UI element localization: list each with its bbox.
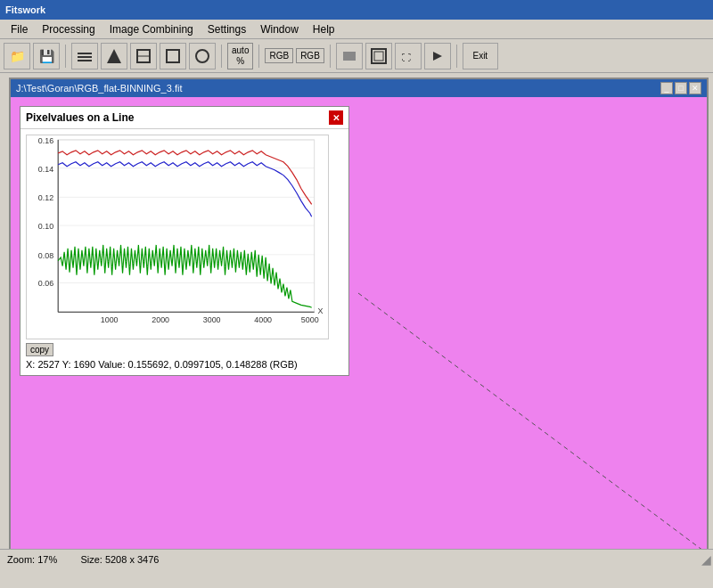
- chart-svg: 0.16 0.14 0.12 0.10 0.08 0.06 1000 2000 …: [26, 135, 329, 339]
- svg-rect-2: [78, 60, 92, 61]
- copy-label: copy: [30, 345, 49, 355]
- svg-rect-0: [78, 53, 92, 54]
- svg-rect-9: [372, 49, 386, 63]
- maximize-btn[interactable]: □: [675, 82, 687, 94]
- svg-marker-12: [433, 52, 442, 61]
- svg-text:2000: 2000: [152, 315, 169, 324]
- zoom-status: Zoom: 17%: [7, 554, 57, 565]
- inner-titlebar: J:\Test\Goran\RGB_flat-BINNING_3.fit _ □…: [11, 79, 707, 97]
- toolbar-exit-btn[interactable]: Exit: [463, 43, 498, 69]
- svg-text:0.12: 0.12: [38, 193, 53, 202]
- svg-marker-3: [107, 49, 121, 63]
- minimize-btn[interactable]: _: [660, 82, 673, 94]
- toolbar-btn-4[interactable]: [101, 43, 127, 69]
- svg-text:0.16: 0.16: [38, 136, 53, 145]
- toolbar-save-btn[interactable]: 💾: [33, 43, 60, 69]
- inner-titlebar-buttons: _ □ ✕: [660, 82, 701, 94]
- chart-panel: Pixelvalues on a Line ✕: [20, 106, 349, 376]
- toolbar-rgb-label-2[interactable]: RGB: [296, 48, 324, 63]
- menu-bar: File Processing Image Combining Settings…: [0, 20, 713, 39]
- toolbar-btn-9[interactable]: [365, 43, 392, 69]
- chart-titlebar: Pixelvalues on a Line ✕: [20, 107, 348, 129]
- svg-text:0.08: 0.08: [38, 251, 53, 260]
- toolbar-separator-3: [258, 45, 259, 68]
- toolbar-btn-6[interactable]: [160, 43, 186, 69]
- svg-point-7: [196, 50, 209, 62]
- main-area: J:\Test\Goran\RGB_flat-BINNING_3.fit _ □…: [0, 73, 713, 568]
- toolbar-separator-4: [330, 45, 331, 68]
- svg-text:3000: 3000: [203, 315, 221, 324]
- status-bar: Zoom: 17% Size: 5208 x 3476 ◢: [0, 549, 713, 568]
- toolbar-auto-label: auto%: [227, 43, 253, 69]
- toolbar-btn-11[interactable]: [424, 43, 451, 69]
- menu-file[interactable]: File: [4, 21, 35, 37]
- svg-text:0.14: 0.14: [38, 165, 53, 174]
- chart-coords: X: 2527 Y: 1690 Value: 0.155692, 0.09971…: [26, 359, 343, 370]
- svg-rect-1: [78, 56, 92, 58]
- svg-rect-6: [167, 50, 179, 62]
- chart-copy-btn[interactable]: copy: [26, 343, 53, 356]
- svg-text:5000: 5000: [301, 315, 319, 324]
- svg-line-13: [358, 293, 707, 556]
- svg-rect-10: [374, 52, 383, 61]
- menu-help[interactable]: Help: [306, 21, 342, 37]
- svg-rect-8: [343, 52, 356, 61]
- toolbar-separator-1: [65, 45, 66, 68]
- toolbar-separator-2: [221, 45, 222, 68]
- chart-title: Pixelvalues on a Line: [26, 111, 134, 124]
- inner-content: Pixelvalues on a Line ✕: [11, 97, 707, 567]
- status-separator: [66, 554, 71, 565]
- inner-window: J:\Test\Goran\RGB_flat-BINNING_3.fit _ □…: [9, 78, 709, 568]
- svg-text:0.10: 0.10: [38, 222, 53, 231]
- toolbar-separator-5: [456, 45, 457, 68]
- toolbar-btn-8[interactable]: [336, 43, 363, 69]
- toolbar-btn-7[interactable]: [189, 43, 216, 69]
- app-title: Fitswork: [5, 4, 45, 15]
- svg-text:X: X: [318, 306, 324, 315]
- svg-text:4000: 4000: [254, 315, 272, 324]
- menu-processing[interactable]: Processing: [35, 21, 102, 37]
- chart-close-button[interactable]: ✕: [329, 110, 343, 125]
- menu-settings[interactable]: Settings: [201, 21, 253, 37]
- toolbar-open-btn[interactable]: 📁: [4, 43, 30, 69]
- svg-text:⛶: ⛶: [402, 53, 411, 62]
- toolbar-btn-3[interactable]: [71, 43, 98, 69]
- inner-window-title: J:\Test\Goran\RGB_flat-BINNING_3.fit: [16, 83, 182, 94]
- close-btn[interactable]: ✕: [689, 82, 701, 94]
- toolbar-btn-5[interactable]: [130, 43, 157, 69]
- svg-text:1000: 1000: [101, 315, 119, 324]
- size-status: Size: 5208 x 3476: [80, 554, 159, 565]
- menu-window[interactable]: Window: [253, 21, 306, 37]
- chart-body: 0.16 0.14 0.12 0.10 0.08 0.06 1000 2000 …: [20, 129, 348, 375]
- resize-corner[interactable]: ◢: [701, 552, 711, 567]
- toolbar: 📁 💾 auto% RGB RGB ⛶ Exit: [0, 39, 713, 73]
- title-bar: Fitswork: [0, 0, 713, 20]
- toolbar-rgb-label-1[interactable]: RGB: [265, 48, 293, 63]
- svg-text:0.06: 0.06: [38, 280, 53, 289]
- toolbar-btn-10[interactable]: ⛶: [395, 43, 422, 69]
- svg-rect-15: [58, 140, 314, 312]
- menu-image-combining[interactable]: Image Combining: [102, 21, 201, 37]
